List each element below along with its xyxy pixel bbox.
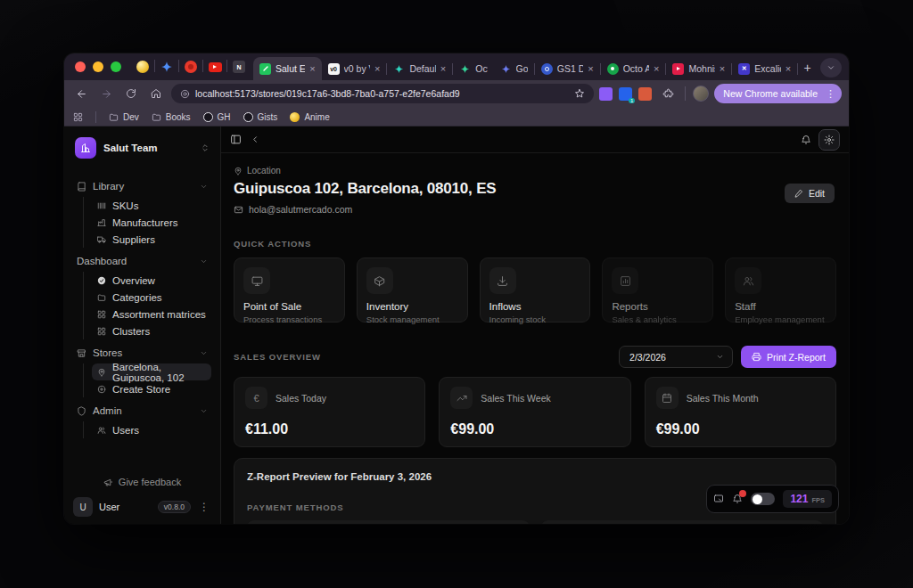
close-window-button[interactable] [75, 61, 86, 72]
notifications-bell-icon[interactable] [801, 135, 811, 145]
bookmark-star-icon[interactable] [574, 88, 585, 99]
close-tab-icon[interactable]: × [440, 63, 446, 74]
extension-icon-blue[interactable] [619, 87, 632, 101]
sidebar-item-store-barcelona[interactable]: Barcelona, Guipuscoa, 102 [92, 363, 211, 380]
inspect-panel-icon[interactable] [713, 494, 724, 504]
bookmark-folder-books[interactable]: Books [152, 112, 191, 122]
close-tab-icon[interactable]: × [588, 63, 593, 74]
quick-action-inflows[interactable]: Inflows Incoming stock [480, 257, 591, 323]
sidebar-section-dashboard[interactable]: Dashboard [73, 251, 211, 271]
bookmark-gh[interactable]: GH [203, 112, 231, 122]
back-chevron-icon[interactable] [251, 135, 260, 144]
update-chrome-pill[interactable]: New Chrome available ⋮ [714, 84, 842, 103]
forward-button[interactable] [96, 84, 116, 103]
minimize-window-button[interactable] [93, 61, 103, 72]
pinned-tab-reddit[interactable] [180, 55, 202, 78]
date-select[interactable]: 2/3/2026 [619, 346, 733, 368]
print-z-report-button[interactable]: Print Z-Report [741, 346, 836, 368]
address-bar[interactable]: localhost:5173/stores/019c17a6-3bd8-7ba0… [171, 84, 594, 103]
team-switcher[interactable]: Salut Team [73, 135, 211, 160]
quick-action-staff[interactable]: Staff Employee management [725, 257, 836, 323]
reload-button[interactable] [121, 84, 141, 103]
user-menu[interactable]: U User v0.8.0 ⋮ [73, 497, 211, 517]
maximize-window-button[interactable] [111, 61, 121, 72]
tab-default-pr[interactable]: Default Pr × [387, 57, 452, 80]
sparkle-favicon [459, 63, 471, 75]
sidebar-item-manufacturers[interactable]: Manufacturers [92, 214, 211, 231]
close-tab-icon[interactable]: × [309, 63, 315, 74]
users-icon [97, 426, 106, 435]
item-label: Assortment matrices [112, 309, 206, 320]
tab-strip: N Salut ERP × v0 v0 by Verc × Default Pr… [64, 53, 849, 80]
close-tab-icon[interactable]: × [786, 63, 791, 74]
sales-cards: € Sales Today €11.00 Sales This Week €99… [234, 377, 836, 447]
back-button[interactable] [71, 84, 91, 103]
settings-gear-button[interactable] [818, 129, 840, 151]
give-feedback-button[interactable]: Give feedback [73, 470, 211, 494]
edit-label: Edit [809, 188, 825, 199]
give-feedback-label: Give feedback [119, 477, 181, 487]
scan-toggle[interactable] [751, 493, 775, 505]
extension-icon-red[interactable] [638, 87, 652, 101]
tab-label: Mohnish P [688, 63, 714, 74]
close-tab-icon[interactable]: × [654, 63, 659, 74]
pinned-tab-youtube[interactable] [204, 55, 226, 78]
sparkle-favicon [393, 63, 405, 75]
sidebar-item-users[interactable]: Users [92, 421, 211, 438]
pinned-tab-gemini[interactable] [156, 55, 177, 78]
bookmark-anime[interactable]: Anime [290, 112, 329, 122]
sidebar-item-overview[interactable]: Overview [92, 272, 211, 289]
tab-list: Salut ERP × v0 v0 by Verc × Default Pr ×… [253, 57, 817, 80]
home-button[interactable] [146, 84, 166, 103]
apps-grid-button[interactable] [73, 112, 83, 122]
tab-group-goog[interactable]: Goog [494, 57, 534, 80]
sidebar-section-stores[interactable]: Stores [73, 343, 211, 363]
site-info-icon[interactable] [180, 89, 190, 99]
sparkle-favicon [500, 63, 512, 75]
edit-store-button[interactable]: Edit [785, 184, 835, 203]
sidebar-section-admin[interactable]: Admin [73, 401, 211, 421]
extensions-puzzle-icon[interactable] [658, 84, 678, 103]
browser-menu-icon[interactable]: ⋮ [823, 88, 838, 100]
chevron-down-icon[interactable] [200, 349, 208, 357]
sidebar-item-suppliers[interactable]: Suppliers [92, 231, 211, 248]
card-subtitle: Stock management [366, 314, 458, 324]
tab-excalidraw[interactable]: ✕ Excalidraw × [732, 57, 797, 80]
chevron-down-icon[interactable] [200, 407, 208, 415]
close-tab-icon[interactable]: × [720, 63, 725, 74]
sidebar-item-categories[interactable]: Categories [92, 289, 211, 306]
sidebar-section-library[interactable]: Library [73, 176, 211, 196]
sidebar-toggle-icon[interactable] [230, 134, 242, 145]
pinned-tab-notion[interactable]: N [228, 55, 250, 78]
salut-favicon [259, 63, 271, 75]
github-icon [203, 112, 213, 122]
quick-actions-grid: Point of Sale Process transactions Inven… [234, 257, 836, 323]
sidebar-item-create-store[interactable]: Create Store [92, 380, 211, 397]
tab-mohnish[interactable]: Mohnish P × [666, 57, 731, 80]
quick-action-inventory[interactable]: Inventory Stock management [357, 257, 468, 323]
tab-salut-erp[interactable]: Salut ERP × [253, 57, 322, 80]
chevron-down-icon[interactable] [200, 183, 208, 191]
quick-action-point-of-sale[interactable]: Point of Sale Process transactions [234, 257, 345, 323]
bookmark-folder-dev[interactable]: Dev [109, 112, 139, 122]
tab-search-button[interactable] [820, 58, 842, 78]
quick-action-reports[interactable]: Reports Sales & analytics [602, 257, 713, 323]
pinned-tab-emoji[interactable] [132, 55, 153, 78]
tab-gs1[interactable]: GS1 Datab × [535, 57, 600, 80]
close-tab-icon[interactable]: × [374, 63, 380, 74]
widget-bell-icon[interactable] [732, 494, 743, 504]
sidebar-item-assortment-matrices[interactable]: Assortment matrices [92, 306, 211, 323]
tab-v0[interactable]: v0 v0 by Verc × [322, 57, 387, 80]
bookmark-gists[interactable]: Gists [243, 112, 278, 122]
tab-group-octo[interactable]: Octo [453, 57, 493, 80]
payment-methods-grid: Credit Card €55.00 Cash €33.00 [247, 520, 823, 524]
tab-octo-api[interactable]: Octo API × [601, 57, 666, 80]
print-label: Print Z-Report [767, 352, 826, 363]
sidebar-item-skus[interactable]: SKUs [92, 197, 211, 214]
sidebar-item-clusters[interactable]: Clusters [92, 323, 211, 339]
profile-avatar[interactable] [693, 86, 709, 102]
chevron-down-icon[interactable] [200, 257, 208, 265]
user-kebab-icon[interactable]: ⋮ [197, 501, 211, 513]
extension-icon-purple[interactable] [599, 87, 613, 101]
new-tab-button[interactable]: + [798, 58, 817, 78]
